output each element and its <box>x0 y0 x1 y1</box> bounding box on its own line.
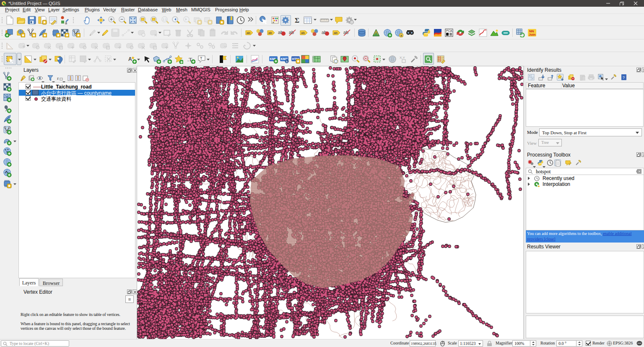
svg-text:ab: ab <box>268 31 272 35</box>
svg-text:?: ? <box>623 76 625 80</box>
svg-text:ab: ab <box>247 31 250 35</box>
svg-text:T: T <box>200 56 203 60</box>
svg-text:X,Y: X,Y <box>400 56 405 60</box>
svg-text:ab: ab <box>334 31 338 35</box>
svg-text:A: A <box>128 56 132 62</box>
svg-text:ab: ab <box>301 31 305 35</box>
svg-text:Σ: Σ <box>295 16 299 24</box>
svg-text:1:1: 1:1 <box>163 18 167 21</box>
svg-text:a: a <box>65 21 67 25</box>
svg-text:PCA: PCA <box>446 29 452 32</box>
svg-text:a: a <box>400 34 402 37</box>
svg-text:Join: Join <box>529 33 536 37</box>
svg-text:b: b <box>286 60 288 63</box>
svg-text:ε: ε <box>57 76 59 81</box>
